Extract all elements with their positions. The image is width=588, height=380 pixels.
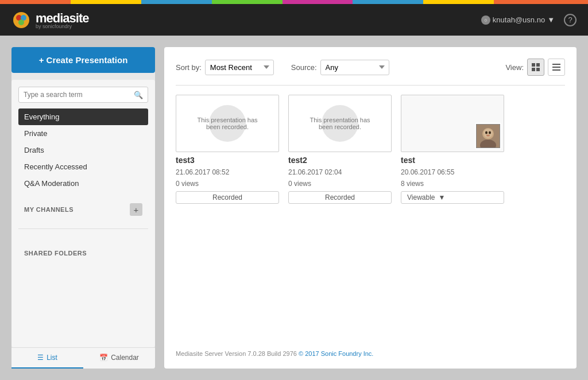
calendar-icon: 📅 [99, 354, 108, 362]
sort-by-select[interactable]: Most Recent Oldest A-Z Z-A [205, 60, 274, 75]
thumbnail-test2[interactable]: This presentation has been recorded. [288, 95, 392, 152]
svg-rect-4 [532, 63, 535, 67]
pres-title-test2: test2 [288, 156, 392, 165]
pres-title-test3: test3 [176, 156, 279, 165]
recorded-text-test2: This presentation has been recorded. [305, 117, 374, 130]
user-chevron-icon: ▼ [547, 15, 555, 24]
svg-rect-10 [552, 69, 560, 71]
thumbnail-test[interactable] [401, 95, 504, 152]
pres-views-test: 8 views [401, 180, 504, 188]
list-view-button[interactable] [548, 59, 565, 76]
sidebar: + Create Presentation 🔍 Everything Priva… [11, 47, 155, 369]
svg-rect-5 [536, 63, 540, 67]
list-view-icon [552, 63, 560, 71]
svg-point-15 [485, 131, 488, 134]
recorded-text-test3: This presentation has been recorded. [193, 117, 262, 130]
presentation-card-test: test 20.06.2017 06:55 8 views Viewable ▼ [401, 95, 504, 204]
logo: mediasite by sonicfoundry [11, 10, 89, 30]
source-select[interactable]: Any Uploaded Recorded [320, 60, 389, 75]
presentation-card-test2: This presentation has been recorded. tes… [288, 95, 392, 204]
mediasite-logo-icon [11, 10, 31, 30]
my-channels-label: MY CHANNELS [24, 206, 74, 213]
logo-text-group: mediasite by sonicfoundry [36, 11, 89, 29]
content-area: Sort by: Most Recent Oldest A-Z Z-A Sour… [164, 47, 577, 369]
username: knutah@usn.no [493, 15, 545, 24]
svg-point-17 [486, 135, 490, 137]
sidebar-item-everything[interactable]: Everything [18, 108, 148, 125]
sidebar-item-recently-accessed[interactable]: Recently Accessed [18, 158, 148, 175]
pres-date-test: 20.06.2017 06:55 [401, 168, 504, 176]
sidebar-item-qa-moderation[interactable]: Q&A Moderation [18, 175, 148, 192]
viewable-chevron-icon: ▼ [438, 193, 445, 201]
sidebar-item-private[interactable]: Private [18, 125, 148, 142]
footer-text: Mediasite Server Version 7.0.28 Build 29… [176, 350, 299, 357]
main-container: + Create Presentation 🔍 Everything Priva… [0, 36, 588, 380]
footer: Mediasite Server Version 7.0.28 Build 29… [176, 339, 565, 357]
svg-point-3 [18, 20, 24, 25]
sidebar-inner: 🔍 Everything Private Drafts Recently Acc… [11, 80, 155, 347]
create-presentation-button[interactable]: + Create Presentation [11, 47, 155, 73]
list-icon: ☰ [37, 354, 44, 362]
tab-calendar[interactable]: 📅 Calendar [83, 348, 155, 369]
avatar [475, 123, 501, 149]
shared-folders-label: SHARED FOLDERS [24, 250, 87, 257]
source-label: Source: [291, 63, 317, 72]
search-box: 🔍 [18, 87, 148, 103]
sort-by-group: Sort by: Most Recent Oldest A-Z Z-A [176, 60, 274, 75]
pres-title-test: test [401, 156, 504, 165]
grid-view-button[interactable] [527, 59, 544, 76]
svg-rect-7 [536, 68, 540, 71]
header: mediasite by sonicfoundry ○ knutah@usn.n… [0, 4, 588, 36]
shared-folders-section: SHARED FOLDERS [18, 250, 148, 257]
tab-list[interactable]: ☰ List [11, 348, 83, 369]
source-group: Source: Any Uploaded Recorded [291, 60, 389, 75]
content-divider [176, 85, 565, 86]
pres-status-test3[interactable]: Recorded [176, 191, 279, 204]
pres-date-test3: 21.06.2017 08:52 [176, 168, 279, 176]
pres-date-test2: 21.06.2017 02:04 [288, 168, 392, 176]
pres-views-test3: 0 views [176, 180, 279, 188]
pres-views-test2: 0 views [288, 180, 392, 188]
top-color-bar [0, 0, 588, 4]
add-channel-button[interactable]: + [130, 203, 142, 216]
svg-point-16 [489, 131, 491, 134]
pres-status-test[interactable]: Viewable ▼ [401, 191, 504, 204]
svg-rect-9 [552, 67, 560, 68]
presentation-card-test3: This presentation has been recorded. tes… [176, 95, 279, 204]
avatar-face-icon [477, 125, 500, 148]
user-icon: ○ [481, 15, 490, 25]
svg-point-14 [483, 129, 493, 138]
svg-rect-6 [532, 68, 535, 71]
logo-text: mediasite [36, 11, 89, 25]
presentations-grid: This presentation has been recorded. tes… [176, 95, 565, 204]
view-toggle: View: [505, 59, 565, 76]
search-input[interactable] [19, 87, 129, 102]
header-right: ○ knutah@usn.no ▼ ? [481, 14, 577, 26]
help-icon[interactable]: ? [564, 14, 577, 26]
sidebar-item-drafts[interactable]: Drafts [18, 142, 148, 158]
search-button[interactable]: 🔍 [129, 88, 148, 102]
grid-icon [532, 63, 540, 71]
thumbnail-test3[interactable]: This presentation has been recorded. [176, 95, 279, 152]
filters-row: Sort by: Most Recent Oldest A-Z Z-A Sour… [176, 59, 565, 76]
pres-status-test2[interactable]: Recorded [288, 191, 392, 204]
svg-rect-8 [552, 64, 560, 65]
my-channels-section: MY CHANNELS + [18, 203, 148, 216]
sort-by-label: Sort by: [176, 63, 202, 72]
view-label: View: [505, 63, 524, 72]
sidebar-divider [18, 228, 148, 229]
footer-link[interactable]: © 2017 Sonic Foundry Inc. [299, 350, 373, 357]
sidebar-bottom-tabs: ☰ List 📅 Calendar [11, 347, 155, 369]
user-menu[interactable]: ○ knutah@usn.no ▼ [481, 15, 555, 25]
